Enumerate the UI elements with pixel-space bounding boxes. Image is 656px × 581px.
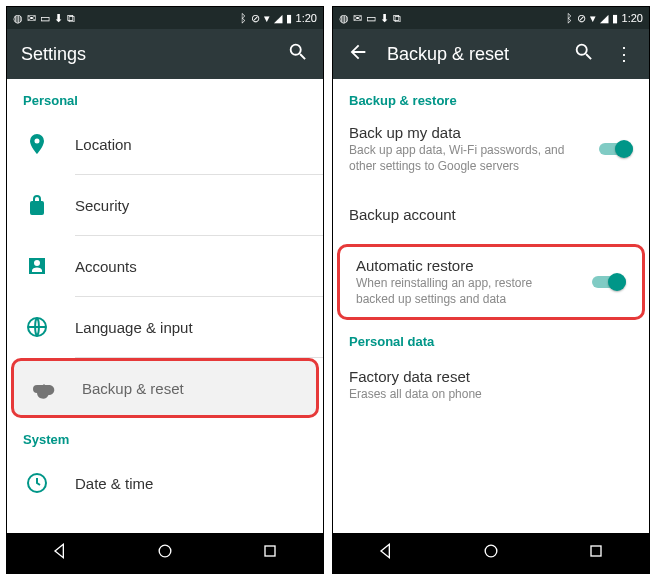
lock-icon xyxy=(23,191,51,219)
settings-content: Personal Location Security Accounts xyxy=(7,79,323,533)
item-auto-restore[interactable]: Automatic restore When reinstalling an a… xyxy=(337,244,645,320)
item-sub: When reinstalling an app, restore backed… xyxy=(356,276,568,307)
page-title: Settings xyxy=(21,44,269,65)
download-icon: ⬇ xyxy=(54,13,63,24)
item-label: Language & input xyxy=(75,319,307,336)
signal-icon: ◢ xyxy=(600,13,608,24)
nav-bar xyxy=(7,533,323,573)
item-backup-data[interactable]: Back up my data Back up app data, Wi-Fi … xyxy=(333,114,649,184)
item-sub: Erases all data on phone xyxy=(349,387,633,403)
svg-point-4 xyxy=(485,545,497,557)
toggle-backup-data[interactable] xyxy=(599,140,633,158)
item-label: Backup & reset xyxy=(82,380,300,397)
item-label: Automatic restore xyxy=(356,257,568,274)
item-label: Back up my data xyxy=(349,124,575,141)
account-icon xyxy=(23,252,51,280)
nav-bar xyxy=(333,533,649,573)
status-bar: ◍ ✉ ▭ ⬇ ⧉ ᛒ ⊘ ▾ ◢ ▮ 1:20 xyxy=(333,7,649,29)
dnd-icon: ⊘ xyxy=(251,13,260,24)
item-factory-reset[interactable]: Factory data reset Erases all data on ph… xyxy=(333,355,649,415)
back-icon[interactable] xyxy=(347,41,369,68)
item-label: Factory data reset xyxy=(349,368,633,385)
section-personal-data: Personal data xyxy=(333,320,649,355)
battery-icon: ▮ xyxy=(286,13,292,24)
item-backup-reset[interactable]: Backup & reset xyxy=(11,358,319,418)
item-location[interactable]: Location xyxy=(7,114,323,174)
mail-icon: ✉ xyxy=(353,13,362,24)
app-bar: Settings xyxy=(7,29,323,79)
globe-icon xyxy=(23,313,51,341)
bluetooth-icon: ᛒ xyxy=(566,13,573,24)
status-time: 1:20 xyxy=(622,13,643,24)
nav-back[interactable] xyxy=(376,541,396,565)
page-title: Backup & reset xyxy=(387,44,555,65)
nav-recent[interactable] xyxy=(586,541,606,565)
phone-left: ◍ ✉ ▭ ⬇ ⧉ ᛒ ⊘ ▾ ◢ ▮ 1:20 Settings Person… xyxy=(6,6,324,574)
image-icon: ▭ xyxy=(366,13,376,24)
item-security[interactable]: Security xyxy=(7,175,323,235)
item-backup-account[interactable]: Backup account xyxy=(333,184,649,244)
section-system: System xyxy=(7,418,323,453)
nav-back[interactable] xyxy=(50,541,70,565)
item-label: Security xyxy=(75,197,307,214)
wifi-icon: ▾ xyxy=(264,13,270,24)
toggle-auto-restore[interactable] xyxy=(592,273,626,291)
backup-content: Backup & restore Back up my data Back up… xyxy=(333,79,649,533)
item-language[interactable]: Language & input xyxy=(7,297,323,357)
translate-icon: ⧉ xyxy=(67,13,75,24)
item-label: Date & time xyxy=(75,475,307,492)
search-icon[interactable] xyxy=(287,41,309,68)
backup-icon xyxy=(30,374,58,402)
bluetooth-icon: ᛒ xyxy=(240,13,247,24)
phone-right: ◍ ✉ ▭ ⬇ ⧉ ᛒ ⊘ ▾ ◢ ▮ 1:20 Backup & reset … xyxy=(332,6,650,574)
app-bar: Backup & reset ⋮ xyxy=(333,29,649,79)
hangouts-icon: ◍ xyxy=(339,13,349,24)
svg-point-2 xyxy=(159,545,171,557)
clock-icon xyxy=(23,469,51,497)
nav-home[interactable] xyxy=(481,541,501,565)
section-backup-restore: Backup & restore xyxy=(333,79,649,114)
dnd-icon: ⊘ xyxy=(577,13,586,24)
hangouts-icon: ◍ xyxy=(13,13,23,24)
item-datetime[interactable]: Date & time xyxy=(7,453,323,513)
item-label: Location xyxy=(75,136,307,153)
item-sub: Back up app data, Wi-Fi passwords, and o… xyxy=(349,143,575,174)
location-icon xyxy=(23,130,51,158)
section-personal: Personal xyxy=(7,79,323,114)
download-icon: ⬇ xyxy=(380,13,389,24)
image-icon: ▭ xyxy=(40,13,50,24)
nav-home[interactable] xyxy=(155,541,175,565)
nav-recent[interactable] xyxy=(260,541,280,565)
item-label: Accounts xyxy=(75,258,307,275)
signal-icon: ◢ xyxy=(274,13,282,24)
item-accounts[interactable]: Accounts xyxy=(7,236,323,296)
wifi-icon: ▾ xyxy=(590,13,596,24)
battery-icon: ▮ xyxy=(612,13,618,24)
status-bar: ◍ ✉ ▭ ⬇ ⧉ ᛒ ⊘ ▾ ◢ ▮ 1:20 xyxy=(7,7,323,29)
svg-rect-3 xyxy=(265,546,275,556)
search-icon[interactable] xyxy=(573,41,595,68)
overflow-icon[interactable]: ⋮ xyxy=(613,43,635,65)
item-label: Backup account xyxy=(349,206,633,223)
status-time: 1:20 xyxy=(296,13,317,24)
svg-rect-5 xyxy=(591,546,601,556)
mail-icon: ✉ xyxy=(27,13,36,24)
translate-icon: ⧉ xyxy=(393,13,401,24)
